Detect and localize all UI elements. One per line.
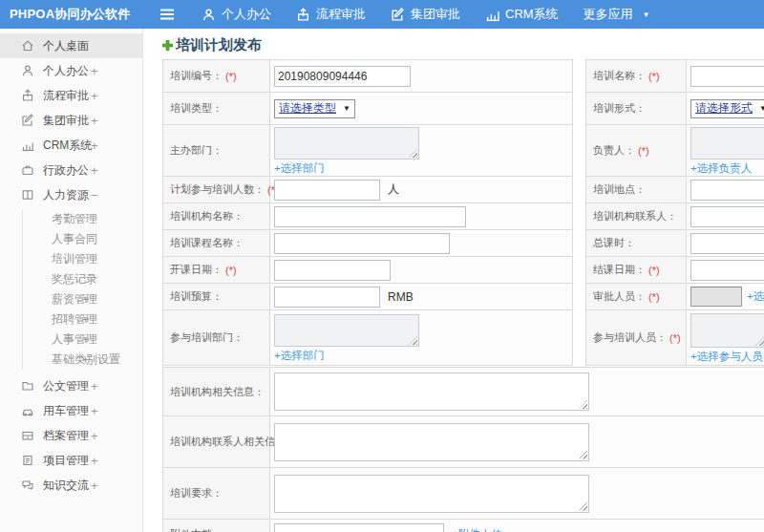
expand-toggle[interactable]: + — [91, 454, 98, 468]
sidebar-subitem-personnel-mgmt[interactable]: 人事管理 + — [23, 330, 142, 350]
field-label: 结课日期： — [593, 263, 646, 277]
sidebar-subitem-training-mgmt[interactable]: 培训管理 — [23, 249, 142, 269]
currency-suffix: RMB — [388, 290, 414, 304]
resize-grip[interactable] — [409, 336, 417, 345]
join-people-textarea[interactable] — [690, 313, 764, 348]
field-label: 负责人： — [593, 143, 635, 158]
sidebar-item-project-mgmt[interactable]: 项目管理 + — [0, 448, 142, 473]
sidebar-item-personal-desktop[interactable]: 个人桌面 — [0, 33, 142, 58]
resize-grip[interactable] — [755, 337, 764, 346]
approver-readonly-input[interactable] — [690, 287, 742, 307]
sidebar-subitem-base-category[interactable]: 基础类别设置 + — [23, 350, 142, 370]
sidebar-item-document-mgmt[interactable]: 公文管理 + — [0, 373, 142, 398]
sidebar-item-human-resources[interactable]: 人力资源 − — [0, 182, 142, 207]
field-value-cell: +附件上传 — [270, 520, 764, 532]
field-label-cell: 开课日期： (*) — [163, 257, 270, 283]
training-form-select[interactable]: 请选择形式 ▼ — [690, 99, 764, 118]
budget-input[interactable] — [274, 287, 380, 308]
sidebar-item-knowledge-exchange[interactable]: 知识交流 + — [0, 473, 142, 498]
resize-grip[interactable] — [579, 400, 587, 409]
form-row-join-dept: 参与培训部门： +选择部门 — [163, 310, 572, 366]
org-name-input[interactable] — [274, 206, 466, 227]
field-value-cell — [687, 257, 764, 283]
org-info-textarea[interactable] — [274, 372, 589, 411]
total-hours-input[interactable] — [690, 233, 764, 254]
field-label-cell: 培训机构相关信息： — [163, 368, 270, 415]
training-name-input[interactable] — [690, 66, 764, 87]
sidebar-item-label: 公文管理 — [43, 378, 89, 394]
form-row-approver: 审批人员： (*) +选择审批人员 — [586, 284, 764, 310]
attachment-upload-link[interactable]: +附件上传 — [452, 527, 502, 532]
org-contact-info-textarea[interactable] — [274, 423, 589, 461]
required-mark: (*) — [648, 291, 660, 303]
expand-toggle[interactable]: + — [91, 89, 98, 103]
field-label: 培训名称： — [593, 69, 646, 83]
sidebar-item-vehicle-mgmt[interactable]: 用车管理 + — [0, 398, 142, 423]
sidebar-item-archive-mgmt[interactable]: 档案管理 + — [0, 423, 142, 448]
sidebar-subitem-attendance[interactable]: 考勤管理 — [23, 209, 142, 229]
sidebar-item-group-approval[interactable]: 集团审批 + — [0, 108, 142, 133]
form-row-end-date: 结课日期： (*) — [586, 257, 764, 284]
expand-toggle[interactable]: + — [91, 163, 98, 178]
join-dept-textarea[interactable] — [274, 314, 419, 347]
top-header: PHPOA协同办公软件 个人办公 流程审批 集团审批 CRM系统 更多应用 — [0, 0, 764, 29]
start-date-input[interactable] — [274, 260, 391, 281]
training-no-input[interactable] — [274, 66, 411, 87]
nav-personal-office[interactable]: 个人办公 — [189, 0, 284, 29]
expand-toggle[interactable]: + — [82, 332, 90, 347]
sidebar-subitem-hr-contract[interactable]: 人事合同 — [23, 229, 142, 249]
expand-toggle[interactable]: + — [82, 292, 90, 307]
required-mark: (*) — [225, 71, 237, 82]
hamburger-menu-icon[interactable] — [159, 0, 176, 29]
resize-grip[interactable] — [579, 502, 587, 511]
nav-workflow-approval[interactable]: 流程审批 — [284, 0, 378, 29]
select-value: 请选择类型 — [279, 100, 336, 117]
expand-toggle[interactable]: + — [91, 479, 98, 493]
leader-textarea[interactable] — [690, 127, 764, 160]
select-leader-link[interactable]: +选择负责人 — [690, 161, 752, 176]
form-table-left: 培训编号： (*) 培训类型： 请选择类型 ▼ — [162, 59, 573, 366]
resize-grip[interactable] — [579, 451, 587, 459]
resize-grip[interactable] — [409, 149, 417, 158]
select-dept-link[interactable]: +选择部门 — [274, 349, 325, 363]
expand-toggle[interactable]: + — [82, 352, 90, 367]
expand-toggle[interactable]: + — [91, 114, 98, 128]
sidebar-subitem-label: 招聘管理 — [52, 311, 97, 328]
requirements-textarea[interactable] — [274, 475, 589, 513]
nav-group-approval[interactable]: 集团审批 — [378, 0, 473, 29]
training-type-select[interactable]: 请选择类型 ▼ — [274, 99, 355, 118]
org-contact-input[interactable] — [690, 206, 764, 227]
sidebar-subitem-label: 培训管理 — [52, 251, 97, 267]
nav-more-apps[interactable]: 更多应用 ▼ — [571, 0, 663, 29]
sidebar-item-admin-office[interactable]: 行政办公 + — [0, 158, 142, 182]
field-label-cell: 培训预算： — [163, 284, 270, 309]
nav-crm-system[interactable]: CRM系统 — [473, 0, 571, 29]
expand-toggle[interactable]: + — [91, 429, 98, 443]
expand-toggle[interactable]: + — [82, 312, 90, 327]
required-mark: (*) — [648, 265, 660, 276]
expand-toggle[interactable]: + — [91, 64, 98, 78]
field-label: 培训编号： — [170, 69, 223, 83]
course-name-input[interactable] — [274, 233, 450, 254]
location-input[interactable] — [690, 180, 764, 201]
caret-down-icon: ▼ — [343, 104, 350, 113]
sidebar-subitem-salary-mgmt[interactable]: 薪资管理 + — [23, 289, 142, 309]
sidebar-item-personal-office[interactable]: 个人办公 + — [0, 58, 142, 83]
select-dept-link[interactable]: +选择部门 — [274, 161, 325, 176]
expand-toggle[interactable]: + — [91, 404, 98, 418]
sidebar-subitem-reward-punish[interactable]: 奖惩记录 — [23, 269, 142, 289]
select-join-people-link[interactable]: +选择参与人员 — [690, 350, 763, 364]
end-date-input[interactable] — [690, 260, 764, 281]
field-label: 参与培训人员： — [593, 330, 667, 345]
planned-count-input[interactable] — [274, 180, 380, 201]
app-window: PHPOA协同办公软件 个人办公 流程审批 集团审批 CRM系统 更多应用 — [0, 0, 764, 532]
select-approver-link[interactable]: +选择审批人员 — [747, 289, 764, 304]
expand-toggle[interactable]: + — [91, 138, 98, 153]
expand-toggle[interactable]: + — [91, 379, 98, 394]
collapse-toggle[interactable]: − — [91, 188, 98, 202]
sidebar-item-crm-system[interactable]: CRM系统 + — [0, 133, 142, 158]
sidebar-item-workflow-approval[interactable]: 流程审批 + — [0, 83, 142, 108]
attachment-input[interactable] — [274, 523, 444, 532]
sidebar-subitem-recruit-mgmt[interactable]: 招聘管理 + — [23, 309, 142, 330]
host-dept-textarea[interactable] — [274, 127, 419, 160]
